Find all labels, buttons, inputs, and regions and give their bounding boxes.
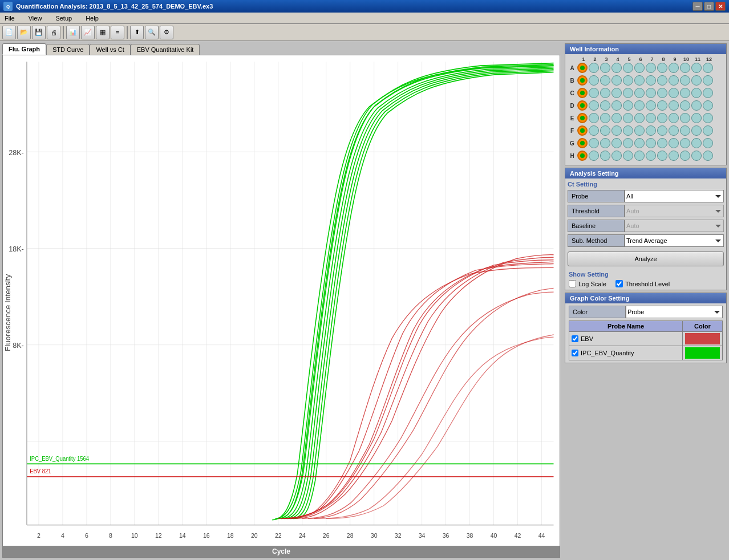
well-C1[interactable] <box>577 88 588 98</box>
well-D3[interactable] <box>600 100 610 111</box>
well-G10[interactable] <box>680 138 690 148</box>
well-D1[interactable] <box>577 100 588 111</box>
well-G6[interactable] <box>634 138 645 148</box>
well-G4[interactable] <box>611 138 622 148</box>
threshold-select[interactable]: Auto <box>625 205 724 217</box>
well-H6[interactable] <box>634 151 645 161</box>
well-C9[interactable] <box>669 88 679 98</box>
well-D8[interactable] <box>657 100 667 111</box>
tab-well-vs-ct[interactable]: Well vs Ct <box>90 44 130 55</box>
ipc-color-swatch[interactable] <box>685 347 720 359</box>
well-A1[interactable] <box>577 63 588 73</box>
well-E6[interactable] <box>634 113 645 123</box>
well-G9[interactable] <box>669 138 679 148</box>
well-A7[interactable] <box>646 63 656 73</box>
menu-file[interactable]: File <box>2 14 17 23</box>
well-H5[interactable] <box>623 151 633 161</box>
well-D10[interactable] <box>680 100 690 111</box>
tab-ebv-kit[interactable]: EBV Quantitative Kit <box>131 44 200 55</box>
well-F8[interactable] <box>657 125 667 136</box>
well-F12[interactable] <box>703 125 713 136</box>
well-E2[interactable] <box>589 113 599 123</box>
ebv-checkbox[interactable] <box>572 335 578 342</box>
well-H8[interactable] <box>657 151 667 161</box>
menu-help[interactable]: Help <box>83 14 101 23</box>
well-E10[interactable] <box>680 113 690 123</box>
well-B4[interactable] <box>611 75 622 86</box>
export-button[interactable]: ⬆ <box>130 26 144 39</box>
well-H3[interactable] <box>600 151 610 161</box>
well-D5[interactable] <box>623 100 633 111</box>
well-F6[interactable] <box>634 125 645 136</box>
well-E3[interactable] <box>600 113 610 123</box>
well-A8[interactable] <box>657 63 667 73</box>
well-F9[interactable] <box>669 125 679 136</box>
well-H12[interactable] <box>703 151 713 161</box>
well-C12[interactable] <box>703 88 713 98</box>
well-F4[interactable] <box>611 125 622 136</box>
well-E7[interactable] <box>646 113 656 123</box>
well-F3[interactable] <box>600 125 610 136</box>
sub-method-select[interactable]: Trend Average <box>625 234 724 247</box>
window-controls[interactable]: ─ □ ✕ <box>692 2 726 11</box>
well-E5[interactable] <box>623 113 633 123</box>
well-A12[interactable] <box>703 63 713 73</box>
well-A3[interactable] <box>600 63 610 73</box>
tab-flu-graph[interactable]: Flu. Graph <box>2 43 46 55</box>
open-button[interactable]: 📂 <box>17 26 31 39</box>
well-C10[interactable] <box>680 88 690 98</box>
well-F1[interactable] <box>577 125 588 136</box>
menu-view[interactable]: View <box>26 14 44 23</box>
well-A11[interactable] <box>691 63 702 73</box>
analyze-button[interactable]: Analyze <box>568 251 724 266</box>
well-E8[interactable] <box>657 113 667 123</box>
well-D11[interactable] <box>691 100 702 111</box>
well-A5[interactable] <box>623 63 633 73</box>
well-C3[interactable] <box>600 88 610 98</box>
well-C8[interactable] <box>657 88 667 98</box>
well-D9[interactable] <box>669 100 679 111</box>
well-A6[interactable] <box>634 63 645 73</box>
maximize-button[interactable]: □ <box>704 2 714 11</box>
line-chart-button[interactable]: 📈 <box>81 26 95 39</box>
well-H7[interactable] <box>646 151 656 161</box>
well-D4[interactable] <box>611 100 622 111</box>
well-B7[interactable] <box>646 75 656 86</box>
well-B1[interactable] <box>577 75 588 86</box>
well-G5[interactable] <box>623 138 633 148</box>
bar-chart-button[interactable]: 📊 <box>66 26 80 39</box>
well-E11[interactable] <box>691 113 702 123</box>
well-B10[interactable] <box>680 75 690 86</box>
color-select[interactable]: Probe Well Sample <box>626 306 723 318</box>
well-C11[interactable] <box>691 88 702 98</box>
well-A9[interactable] <box>669 63 679 73</box>
well-H4[interactable] <box>611 151 622 161</box>
new-button[interactable]: 📄 <box>2 26 16 39</box>
well-B11[interactable] <box>691 75 702 86</box>
well-D7[interactable] <box>646 100 656 111</box>
threshold-level-checkbox[interactable] <box>615 280 623 287</box>
ipc-checkbox[interactable] <box>572 350 578 356</box>
well-E1[interactable] <box>577 113 588 123</box>
well-C5[interactable] <box>623 88 633 98</box>
well-A2[interactable] <box>589 63 599 73</box>
tab-std-curve[interactable]: STD Curve <box>46 44 90 55</box>
well-B9[interactable] <box>669 75 679 86</box>
well-G2[interactable] <box>589 138 599 148</box>
well-C2[interactable] <box>589 88 599 98</box>
well-D6[interactable] <box>634 100 645 111</box>
well-D2[interactable] <box>589 100 599 111</box>
well-C4[interactable] <box>611 88 622 98</box>
save-button[interactable]: 💾 <box>32 26 46 39</box>
well-B3[interactable] <box>600 75 610 86</box>
probe-select[interactable]: All <box>625 190 724 202</box>
well-G8[interactable] <box>657 138 667 148</box>
well-F11[interactable] <box>691 125 702 136</box>
well-F10[interactable] <box>680 125 690 136</box>
well-G7[interactable] <box>646 138 656 148</box>
well-B12[interactable] <box>703 75 713 86</box>
well-E9[interactable] <box>669 113 679 123</box>
ebv-color-swatch[interactable] <box>685 333 720 344</box>
table-button[interactable]: ▦ <box>96 26 110 39</box>
well-F5[interactable] <box>623 125 633 136</box>
